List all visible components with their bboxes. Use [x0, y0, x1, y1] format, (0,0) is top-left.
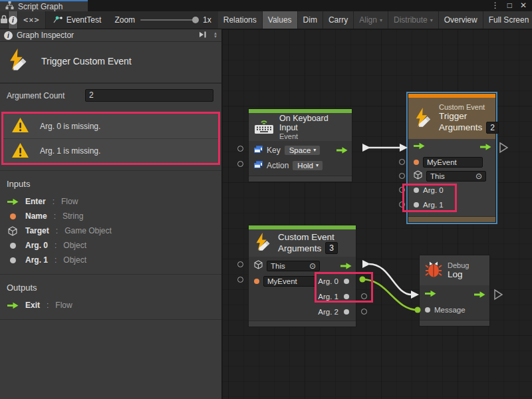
value-port[interactable]: [399, 173, 405, 179]
node-title: Log: [448, 269, 469, 279]
node-footer: [249, 321, 356, 327]
node-title: Trigger: [439, 111, 499, 122]
node-arguments-line: Arguments 2: [439, 122, 499, 134]
action-dropdown[interactable]: Hold▾: [293, 161, 323, 170]
graph-inspector-panel: i Graph Inspector ▲▼ Trigger Custom Even…: [0, 29, 223, 399]
graph-name-label: EventTest: [66, 15, 102, 25]
inspector-title: Graph Inspector: [17, 31, 195, 40]
action-label: Action: [267, 161, 289, 170]
node-title: On Keyboard Input: [279, 114, 346, 132]
tab-bar: Script Graph ⋮ □ ✕: [0, 0, 532, 11]
maximize-icon[interactable]: □: [503, 0, 516, 11]
window-controls: ⋮ □ ✕: [487, 0, 531, 11]
dock-icon[interactable]: [199, 31, 207, 40]
key-label: Key: [267, 146, 281, 155]
port-row: Arg. 0:Object: [0, 238, 221, 253]
event-name-field[interactable]: MyEvent: [423, 157, 483, 168]
flow-out-port[interactable]: [340, 262, 352, 269]
chevron-down-icon: ▾: [380, 17, 382, 23]
warning-icon: [11, 142, 29, 160]
graph-breadcrumb[interactable]: EventTest: [46, 11, 108, 29]
zoom-slider[interactable]: [140, 19, 198, 21]
relations-button[interactable]: Relations: [218, 11, 263, 29]
close-icon[interactable]: ✕: [516, 0, 531, 11]
value-port[interactable]: [237, 261, 243, 267]
panel-spinner[interactable]: ▲▼: [213, 32, 217, 39]
argument-count-badge: 2: [486, 122, 499, 134]
distribute-button[interactable]: Distribute▾: [388, 11, 439, 29]
bug-icon: [425, 261, 442, 280]
dim-button[interactable]: Dim: [298, 11, 323, 29]
inspector-toggle-button[interactable]: i: [9, 11, 18, 29]
node-debug-log[interactable]: Debug Log Message: [419, 255, 490, 327]
graph-icon: [53, 15, 63, 25]
inputs-header: Inputs: [0, 176, 221, 194]
carry-button[interactable]: Carry: [323, 11, 354, 29]
string-dot-icon: [7, 213, 19, 219]
node-subtitle: Event: [279, 132, 346, 140]
unit-title-block: Trigger Custom Event: [0, 42, 221, 84]
key-dropdown[interactable]: Space▾: [285, 146, 321, 155]
value-port[interactable]: [399, 159, 405, 165]
lock-icon: [0, 15, 8, 26]
message-label: Message: [434, 306, 466, 314]
lock-button[interactable]: [0, 11, 9, 29]
object-dot-icon: [425, 307, 430, 313]
event-name-row: MyEvent: [408, 155, 495, 169]
key-row: Key Space▾: [249, 142, 352, 158]
zoom-slider-handle[interactable]: [192, 17, 199, 23]
info-icon: i: [4, 31, 13, 40]
menu-icon[interactable]: ⋮: [487, 0, 503, 11]
code-view-button[interactable]: <×>: [18, 11, 46, 29]
port-row: Enter:Flow: [0, 194, 221, 209]
node-footer: [249, 176, 352, 182]
node-header: Custom Event Trigger Arguments 2: [408, 98, 495, 139]
argument-count-field[interactable]: 2: [85, 89, 213, 102]
target-field[interactable]: This⊙: [426, 171, 486, 182]
port-row: Exit:Flow: [0, 298, 221, 313]
receiver-args-annotation-box: [315, 272, 373, 303]
gameobject-cube-icon: [7, 226, 19, 236]
warning-text: Arg. 0 is missing.: [40, 122, 100, 131]
event-name-field[interactable]: MyEvent: [263, 276, 317, 287]
target-picker-icon[interactable]: ⊙: [475, 172, 482, 181]
target-field[interactable]: This⊙: [267, 261, 320, 271]
flow-in-port[interactable]: [414, 142, 425, 152]
value-port[interactable]: [237, 146, 243, 152]
value-port[interactable]: [237, 161, 243, 167]
node-kind: Custom Event: [439, 103, 499, 111]
flow-out-port[interactable]: [480, 144, 491, 151]
object-dot-icon: [7, 257, 19, 263]
node-body: Message: [420, 285, 489, 320]
tab-script-graph[interactable]: Script Graph: [0, 0, 88, 11]
warnings-annotation-box: Arg. 0 is missing. Arg. 1 is missing.: [1, 112, 220, 165]
zoom-control: Zoom 1x: [108, 11, 217, 29]
unit-title: Trigger Custom Event: [41, 56, 132, 66]
value-port[interactable]: [361, 309, 367, 315]
flow-wire-keyboard-to-trigger[interactable]: [362, 144, 408, 152]
relation-arrow-icon: [495, 290, 502, 299]
flow-out-port[interactable]: [474, 291, 485, 299]
arg-out-row: Arg. 2: [318, 304, 349, 319]
node-kind: Debug: [448, 261, 469, 269]
flow-arrow-icon: [7, 302, 19, 309]
flow-out-port[interactable]: [336, 146, 348, 154]
graph-canvas[interactable]: On Keyboard Input Event Key Space▾ Actio…: [223, 29, 532, 399]
enum-icon: [254, 146, 263, 155]
value-port[interactable]: [237, 277, 243, 283]
node-header: Custom Event Arguments 3: [249, 229, 356, 257]
full-screen-button[interactable]: Full Screen: [483, 11, 532, 29]
inspector-header: i Graph Inspector ▲▼: [0, 29, 221, 42]
chevron-down-icon: ▾: [430, 17, 433, 23]
align-button[interactable]: Align▾: [354, 11, 388, 29]
overview-button[interactable]: Overview: [439, 11, 483, 29]
flow-in-port[interactable]: [425, 290, 436, 299]
argument-count-row: Argument Count 2: [0, 84, 221, 108]
node-on-keyboard-input[interactable]: On Keyboard Input Event Key Space▾ Actio…: [248, 108, 352, 182]
port-row: Target:Game Object: [0, 223, 221, 238]
warning-row: Arg. 0 is missing.: [3, 114, 218, 138]
target-picker-icon[interactable]: ⊙: [309, 261, 316, 271]
values-button[interactable]: Values: [263, 11, 298, 29]
unity-script-graph-window: Script Graph ⋮ □ ✕ i <×> EventTest: [0, 0, 532, 399]
object-dot-icon: [7, 243, 19, 249]
